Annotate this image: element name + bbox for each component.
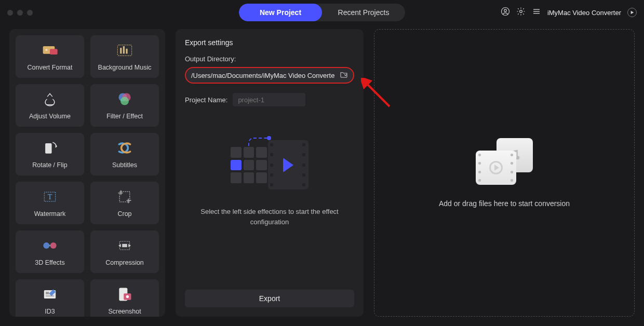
tab-new-project[interactable]: New Project [239,4,322,21]
subtitles-icon [116,140,133,156]
effect-label: Crop [117,210,131,218]
svg-rect-8 [50,49,58,55]
output-directory-field[interactable]: /Users/mac/Documents/iMyMac Video Conver… [185,67,354,84]
svg-point-28 [50,242,57,249]
output-directory-label: Output Directory: [185,55,354,63]
drop-zone[interactable]: Add or drag files here to start conversi… [374,29,635,317]
svg-point-9 [45,49,47,51]
svg-point-1 [504,9,507,12]
svg-point-17 [120,97,129,105]
crop-icon [116,188,133,205]
effect-rotate-flip[interactable]: Rotate / Flip [16,133,84,175]
svg-text:T: T [48,193,52,201]
filter-effect-icon [116,91,133,107]
svg-rect-11 [120,48,122,53]
adjust-volume-icon [42,91,58,107]
drop-zone-text: Add or drag files here to start conversi… [439,199,570,208]
menu-icon[interactable] [532,7,541,18]
zoom-window-icon[interactable] [27,10,33,16]
effect-crop[interactable]: Crop [90,182,159,224]
svg-point-27 [43,242,49,249]
effect-label: Filter / Effect [106,113,143,120]
svg-rect-18 [45,143,51,154]
project-tabs: New Project Recent Projects [239,4,405,21]
preview-play-icon[interactable] [627,8,637,17]
effect-subtitles[interactable]: Subtitles [90,133,159,175]
effect-3d-effects[interactable]: 3D Effects [16,230,84,273]
gear-icon[interactable] [516,7,526,18]
svg-rect-12 [123,46,125,53]
effect-background-music[interactable]: Background Music [90,35,159,78]
output-directory-path: /Users/mac/Documents/iMyMac Video Conver… [191,72,336,79]
3d-effects-icon [42,237,58,254]
account-icon[interactable] [501,7,510,18]
effect-label: Compression [105,259,144,266]
effect-compression[interactable]: Compression [90,230,159,273]
tab-recent-projects[interactable]: Recent Projects [322,4,405,21]
id3-icon [42,286,58,303]
watermark-icon: T [42,188,58,205]
effect-label: Rotate / Flip [32,161,67,169]
svg-rect-31 [122,244,127,247]
main-content: Convert Format Background Music Adjust V… [0,25,644,326]
export-settings-title: Export settings [185,38,354,47]
convert-format-icon [42,42,58,59]
export-settings-panel: Export settings Output Directory: /Users… [176,29,364,317]
svg-point-39 [126,295,129,298]
svg-rect-35 [46,292,49,294]
effect-label: Convert Format [28,64,73,71]
close-window-icon[interactable] [7,10,13,16]
effect-adjust-volume[interactable]: Adjust Volume [16,84,84,127]
effect-label: ID3 [45,308,55,315]
project-name-input[interactable] [233,93,305,106]
svg-point-2 [520,10,522,13]
svg-marker-6 [631,11,634,14]
screenshot-icon [116,286,133,303]
effect-label: Watermark [34,210,66,218]
effect-label: Subtitles [112,161,137,169]
drop-zone-icon [476,138,533,185]
title-bar: New Project Recent Projects iMyMac Video… [0,0,644,25]
svg-rect-13 [126,49,127,54]
rotate-flip-icon [42,140,58,156]
svg-rect-29 [49,245,51,247]
compression-icon [116,237,133,254]
background-music-icon [116,42,133,59]
effect-convert-format[interactable]: Convert Format [16,35,84,78]
export-button[interactable]: Export [185,290,354,307]
effect-label: Screenshot [108,308,141,315]
effect-label: Adjust Volume [29,113,71,120]
effect-id3[interactable]: ID3 [16,279,84,317]
effect-screenshot[interactable]: Screenshot [90,279,159,317]
window-controls [7,10,33,16]
minimize-window-icon[interactable] [17,10,23,16]
effect-label: 3D Effects [35,259,64,266]
project-name-label: Project Name: [185,96,227,104]
effect-hint-text: Select the left side effections to start… [185,207,354,227]
effect-filter-effect[interactable]: Filter / Effect [90,84,159,127]
effect-illustration [231,138,308,192]
app-name: iMyMac Video Converter [547,9,621,17]
effects-panel: Convert Format Background Music Adjust V… [9,29,165,317]
effect-watermark[interactable]: T Watermark [16,182,84,224]
effect-label: Background Music [98,64,152,71]
browse-folder-icon[interactable] [340,70,348,80]
